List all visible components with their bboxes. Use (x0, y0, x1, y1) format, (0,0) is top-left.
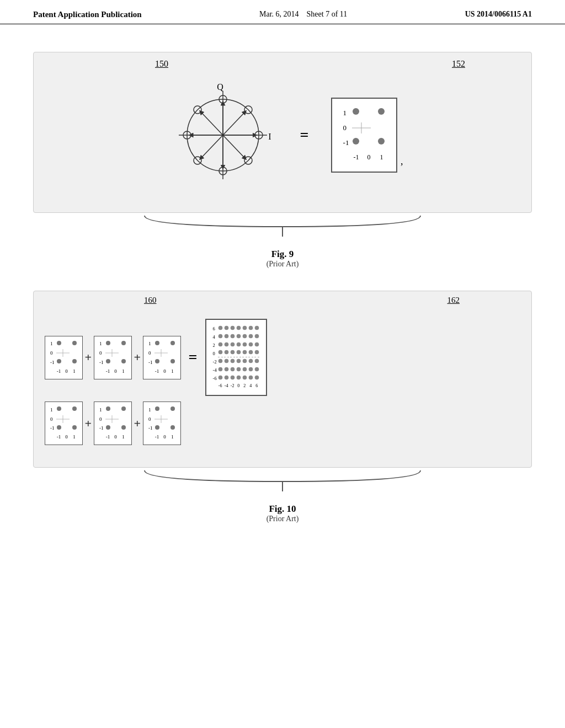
svg-text:Q: Q (217, 82, 223, 92)
constellation-diagram: Q I (168, 80, 278, 190)
svg-point-76 (230, 359, 234, 363)
svg-point-60 (218, 342, 222, 346)
page-header: Patent Application Publication Mar. 6, 2… (0, 0, 565, 24)
small-matrix-1b: 1 0 -1 (94, 336, 132, 379)
svg-point-91 (236, 375, 241, 379)
pub-date: Mar. 6, 2014 (259, 10, 299, 18)
svg-point-61 (224, 342, 228, 346)
svg-point-101 (106, 406, 110, 411)
svg-point-89 (224, 375, 228, 379)
svg-point-39 (121, 359, 126, 363)
svg-point-57 (242, 334, 247, 338)
fig9-section: 150 152 Q I (33, 52, 532, 269)
svg-point-87 (254, 367, 259, 371)
svg-point-74 (218, 359, 222, 363)
constellation-svg: Q I (168, 80, 278, 190)
svg-point-59 (254, 334, 259, 338)
patent-number: US 2014/0066115 A1 (465, 10, 532, 19)
svg-point-96 (72, 406, 77, 411)
matrix-box-152: 1 0 (331, 98, 398, 173)
svg-point-79 (248, 359, 253, 363)
svg-line-14 (201, 112, 223, 135)
svg-point-26 (378, 138, 385, 144)
equals-fig10: = (189, 349, 198, 366)
svg-point-41 (170, 341, 175, 345)
svg-point-80 (254, 359, 259, 363)
svg-line-15 (223, 135, 245, 158)
svg-point-72 (248, 350, 253, 355)
small-matrix-2a: 1 0 -1 (45, 402, 83, 445)
comma-after-matrix: , (401, 156, 403, 167)
svg-point-62 (230, 342, 234, 346)
label-150: 150 (155, 59, 168, 69)
svg-point-105 (106, 425, 110, 430)
svg-point-21 (353, 108, 359, 115)
label-152: 152 (452, 59, 465, 69)
svg-line-13 (223, 112, 245, 135)
plus-1b: + (134, 350, 141, 365)
svg-point-82 (224, 367, 228, 371)
svg-point-83 (230, 367, 234, 371)
fig9-caption: Fig. 9 (33, 249, 532, 260)
svg-point-55 (230, 334, 234, 338)
small-matrix-2b: 1 0 -1 (94, 402, 132, 445)
svg-point-65 (248, 342, 253, 346)
svg-point-63 (236, 342, 241, 346)
svg-point-84 (236, 367, 241, 371)
fig9-outer-box: 150 152 Q I (33, 52, 532, 213)
fig10-subtitle: (Prior Art) (33, 515, 532, 523)
svg-point-73 (254, 350, 259, 355)
main-content: 150 152 Q I (0, 24, 565, 540)
plus-1a: + (85, 350, 92, 365)
svg-point-64 (242, 342, 247, 346)
svg-point-48 (230, 326, 234, 330)
svg-point-75 (224, 359, 228, 363)
svg-point-25 (353, 138, 359, 144)
svg-point-53 (218, 334, 222, 338)
fig9-subtitle: (Prior Art) (33, 260, 532, 269)
svg-point-111 (155, 425, 159, 430)
small-matrix-1a: 1 0 -1 (45, 336, 83, 379)
plus-2a: + (85, 416, 92, 431)
fig10-outer-box: 160 162 1 (33, 291, 532, 468)
svg-point-99 (57, 425, 61, 430)
equals-sign-fig9: = (300, 126, 309, 144)
svg-point-47 (224, 326, 228, 330)
svg-point-86 (248, 367, 253, 371)
svg-point-100 (72, 425, 77, 430)
svg-point-90 (230, 375, 234, 379)
svg-point-93 (248, 375, 253, 379)
svg-point-44 (155, 359, 159, 363)
fig10-caption: Fig. 10 (33, 504, 532, 515)
svg-point-40 (155, 341, 159, 345)
svg-point-29 (72, 341, 77, 345)
small-matrix-1c: 1 0 -1 (143, 336, 181, 379)
svg-point-66 (254, 342, 259, 346)
fig10-rows: 1 0 -1 (45, 319, 520, 445)
svg-point-102 (121, 406, 126, 411)
svg-point-70 (236, 350, 241, 355)
svg-point-95 (57, 406, 61, 411)
fig10-brace (33, 470, 532, 493)
publication-title: Patent Application Publication (33, 10, 142, 19)
sheet-info: Sheet 7 of 11 (307, 10, 348, 18)
svg-point-71 (242, 350, 247, 355)
svg-point-32 (57, 359, 61, 363)
svg-point-108 (170, 406, 175, 411)
matrix-152: 1 0 (331, 81, 398, 173)
svg-point-77 (236, 359, 241, 363)
svg-point-49 (236, 326, 241, 330)
svg-point-35 (121, 341, 126, 345)
svg-point-22 (378, 108, 385, 115)
svg-point-52 (254, 326, 259, 330)
label-160: 160 (144, 296, 157, 305)
svg-point-107 (155, 406, 159, 411)
svg-point-51 (248, 326, 253, 330)
svg-point-92 (242, 375, 247, 379)
svg-point-67 (218, 350, 222, 355)
svg-point-50 (242, 326, 247, 330)
svg-point-28 (57, 341, 61, 345)
label-162: 162 (447, 296, 460, 305)
svg-point-106 (121, 425, 126, 430)
svg-point-68 (224, 350, 228, 355)
